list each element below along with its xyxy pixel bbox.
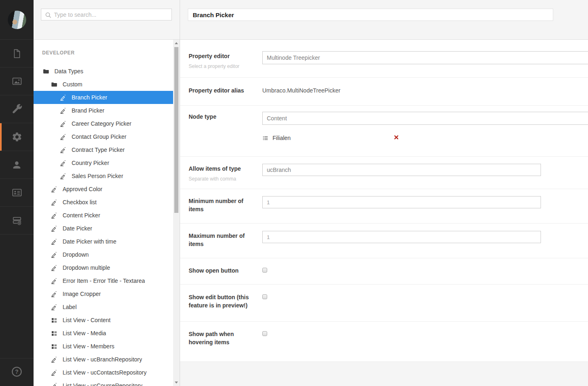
tree-item[interactable]: Dropdown multiple bbox=[34, 261, 173, 274]
row-show-path: Show path when hovering items bbox=[180, 322, 588, 362]
person-icon bbox=[11, 160, 22, 170]
sidebar-item-forms[interactable] bbox=[0, 207, 34, 235]
tree-item-label: Custom bbox=[63, 81, 82, 88]
tree-item[interactable]: Sales Person Picker bbox=[34, 169, 173, 183]
tree-item[interactable]: Branch Picker bbox=[34, 91, 173, 104]
umbraco-backoffice: ? DEVELOPER Data Types Custom bbox=[0, 0, 588, 386]
tree-body: DEVELOPER Data Types Custom Branch Picke… bbox=[34, 40, 180, 386]
tree-item-label: Date Picker with time bbox=[63, 238, 116, 245]
scroll-thumb[interactable] bbox=[174, 47, 178, 213]
tree-scrollbar[interactable] bbox=[173, 40, 180, 386]
property-editor-label: Property editor bbox=[189, 52, 250, 60]
sidebar-item-developer[interactable] bbox=[0, 123, 34, 151]
tree-item-label: Approved Color bbox=[63, 186, 102, 192]
tree-item-label: Image Cropper bbox=[63, 291, 101, 297]
sidebar-item-users[interactable] bbox=[0, 151, 34, 179]
sidebar-item-settings[interactable] bbox=[0, 95, 34, 123]
edit-icon bbox=[50, 369, 58, 376]
edit-icon bbox=[50, 290, 58, 298]
tree-item[interactable]: Career Category Picker bbox=[34, 117, 173, 130]
edit-icon bbox=[50, 303, 58, 311]
tree-item[interactable]: Data Types bbox=[34, 65, 173, 78]
edit-icon bbox=[50, 199, 58, 206]
datatype-name-input[interactable] bbox=[188, 9, 553, 21]
tree-item[interactable]: Label bbox=[34, 300, 173, 314]
show-edit-checkbox[interactable] bbox=[262, 294, 267, 299]
tree-item[interactable]: List View - Content bbox=[34, 314, 173, 327]
editor-header bbox=[180, 0, 588, 40]
scroll-down-icon[interactable] bbox=[175, 381, 178, 384]
edit-icon bbox=[59, 133, 67, 140]
tree-item-label: Country Picker bbox=[72, 160, 109, 166]
remove-node-button[interactable] bbox=[394, 135, 399, 140]
tree-item[interactable]: Contract Type Picker bbox=[34, 143, 173, 156]
allow-items-input[interactable] bbox=[262, 164, 541, 176]
sidebar-item-media[interactable] bbox=[0, 68, 34, 95]
edit-icon bbox=[50, 185, 58, 193]
property-editor-select[interactable]: Multinode Treepicker bbox=[262, 51, 588, 64]
help-button[interactable]: ? bbox=[0, 358, 34, 386]
show-open-label: Show open button bbox=[189, 266, 250, 275]
tree-item-label: List View - ucCourseRepository bbox=[63, 382, 142, 386]
tree-item[interactable]: Checkbox list bbox=[34, 196, 173, 209]
tree-item[interactable]: List View - ucContactsRepository bbox=[34, 366, 173, 379]
row-property-editor-alias: Property editor alias Umbraco.MultiNodeT… bbox=[180, 78, 588, 106]
node-type-label: Node type bbox=[189, 113, 250, 121]
help-icon: ? bbox=[11, 366, 23, 379]
tree-item[interactable]: Dropdown bbox=[34, 248, 173, 261]
sidebar-item-content[interactable] bbox=[0, 40, 34, 68]
min-items-input[interactable] bbox=[262, 196, 541, 208]
alias-value: Umbraco.MultiNodeTreePicker bbox=[262, 86, 588, 95]
tree-item[interactable]: List View - Members bbox=[34, 340, 173, 353]
node-type-select[interactable]: Content bbox=[262, 112, 588, 125]
tree-item[interactable]: List View - ucBranchRepository bbox=[34, 353, 173, 366]
tree-item[interactable]: Approved Color bbox=[34, 183, 173, 196]
tree-item[interactable]: List View - Media bbox=[34, 327, 173, 340]
edit-icon bbox=[50, 251, 58, 258]
sidebar-item-members[interactable] bbox=[0, 179, 34, 207]
show-path-checkbox[interactable] bbox=[262, 331, 267, 336]
tree-item[interactable]: Country Picker bbox=[34, 156, 173, 169]
show-open-checkbox[interactable] bbox=[262, 268, 267, 273]
id-card-icon bbox=[11, 187, 23, 198]
tree-item[interactable]: Date Picker bbox=[34, 222, 173, 235]
tree-panel: DEVELOPER Data Types Custom Branch Picke… bbox=[34, 0, 180, 386]
folder-icon bbox=[50, 81, 58, 88]
edit-icon bbox=[50, 212, 58, 219]
scroll-up-icon[interactable] bbox=[175, 42, 178, 44]
search-input[interactable] bbox=[41, 9, 171, 20]
edit-icon bbox=[59, 94, 67, 101]
edit-icon bbox=[59, 159, 67, 167]
tree-item-label: Error Item - Error Title - Textarea bbox=[63, 278, 145, 284]
tree-item-label: Contact Group Picker bbox=[72, 133, 126, 140]
wrench-icon bbox=[11, 104, 23, 115]
tree-item-label: List View - Media bbox=[63, 330, 106, 336]
svg-text:?: ? bbox=[15, 369, 18, 375]
footer-strip bbox=[180, 362, 588, 386]
tree-section-label: DEVELOPER bbox=[42, 50, 180, 56]
tree-item[interactable]: Brand Picker bbox=[34, 104, 173, 117]
tree-item[interactable]: Contact Group Picker bbox=[34, 130, 173, 143]
search-area bbox=[34, 0, 180, 40]
tree-item-label: Career Category Picker bbox=[72, 120, 131, 127]
edit-icon bbox=[50, 382, 58, 386]
tree-item-label: Content Picker bbox=[63, 212, 100, 219]
tree-item[interactable]: Content Picker bbox=[34, 209, 173, 222]
list-icon bbox=[262, 135, 268, 141]
editor-main: Property editor Select a property editor… bbox=[180, 0, 588, 386]
tree-item[interactable]: List View - ucCourseRepository bbox=[34, 379, 173, 386]
tree-item[interactable]: Custom bbox=[34, 78, 173, 91]
max-items-input[interactable] bbox=[262, 231, 541, 243]
tree-item-label: Data Types bbox=[54, 68, 83, 74]
tree-item[interactable]: Image Cropper bbox=[34, 287, 173, 300]
show-edit-label: Show edit button (this feature is in pre… bbox=[189, 293, 250, 309]
edit-icon bbox=[59, 120, 67, 127]
tree-item-label: Contract Type Picker bbox=[72, 147, 125, 153]
tree-item-label: List View - Content bbox=[63, 317, 110, 323]
row-max-items: Maximum number of items bbox=[180, 223, 588, 258]
tree-item-label: Dropdown multiple bbox=[63, 264, 110, 271]
tree-item-label: Checkbox list bbox=[63, 199, 97, 205]
tree-item[interactable]: Date Picker with time bbox=[34, 235, 173, 248]
tree-item[interactable]: Error Item - Error Title - Textarea bbox=[34, 274, 173, 287]
user-avatar[interactable] bbox=[8, 11, 26, 29]
